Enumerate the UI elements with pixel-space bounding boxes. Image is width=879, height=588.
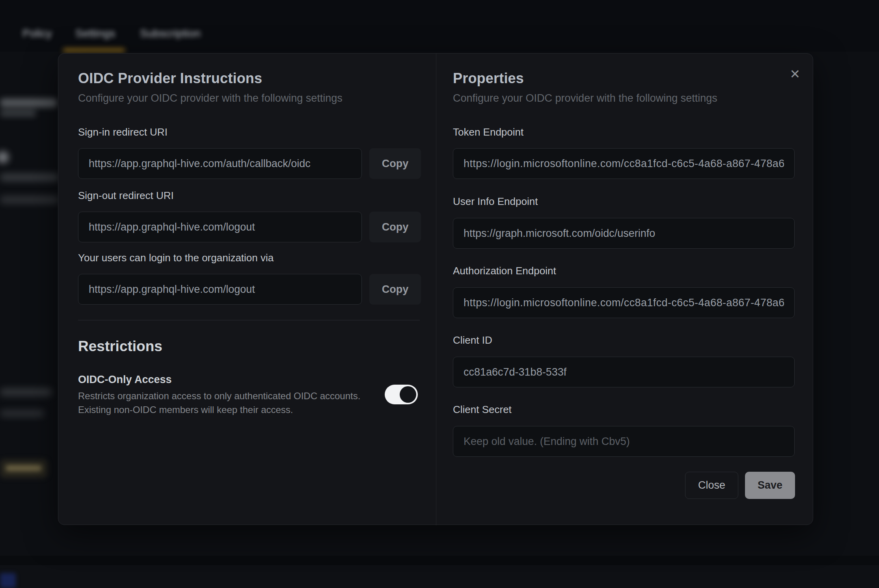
active-tab-indicator [63,48,125,52]
blurred-corner-element [0,573,16,588]
toggle-knob [400,386,416,403]
screen: Policy Settings Subscription ✕ OIDC Prov… [0,0,879,588]
background-seam [0,556,879,565]
column-divider [436,54,436,525]
background-tabbar: Policy Settings Subscription [0,22,879,52]
copy-login-via-button[interactable]: Copy [369,274,421,305]
background-bottom-band [0,565,879,588]
save-button[interactable]: Save [745,472,795,499]
blurred-text-fragment [0,173,59,181]
copy-signin-button[interactable]: Copy [369,148,421,179]
token-endpoint-input[interactable] [453,148,795,179]
blurred-button-label-fragment [6,465,42,471]
close-button[interactable]: Close [685,472,738,499]
blurred-text-fragment [0,110,36,117]
userinfo-endpoint-label: User Info Endpoint [453,195,538,208]
copy-signout-button[interactable]: Copy [369,212,421,242]
token-endpoint-label: Token Endpoint [453,126,523,138]
oidc-only-description-line2: Existing non-OIDC members will keep thei… [78,404,293,415]
signin-redirect-label: Sign-in redirect URI [78,126,168,138]
signin-redirect-input[interactable] [78,148,362,179]
tab-subscription[interactable]: Subscription [140,27,201,40]
oidc-only-access-label: OIDC-Only Access [78,374,172,386]
restrictions-heading: Restrictions [78,338,162,355]
properties-title: Properties [453,70,524,87]
oidc-only-description-line1: Restricts organization access to only au… [78,391,360,402]
tab-policy[interactable]: Policy [22,27,52,40]
section-divider [78,320,420,320]
blurred-dot-fragment [0,151,9,163]
client-id-label: Client ID [453,334,492,346]
client-secret-input[interactable] [453,426,795,457]
blurred-text-fragment [0,388,52,396]
blurred-text-fragment [0,196,59,204]
close-icon[interactable]: ✕ [785,64,805,84]
oidc-settings-modal: ✕ OIDC Provider Instructions Configure y… [58,53,813,525]
authorization-endpoint-label: Authorization Endpoint [453,265,556,277]
login-via-input[interactable] [78,274,362,305]
login-via-label: Your users can login to the organization… [78,252,274,264]
authorization-endpoint-input[interactable] [453,287,795,318]
properties-subtitle: Configure your OIDC provider with the fo… [453,92,717,104]
client-id-input[interactable] [453,357,795,387]
userinfo-endpoint-input[interactable] [453,218,795,249]
client-secret-label: Client Secret [453,404,512,416]
tab-settings[interactable]: Settings [75,27,115,40]
signout-redirect-label: Sign-out redirect URI [78,190,174,202]
oidc-only-toggle[interactable] [385,385,418,404]
blurred-text-fragment [0,410,44,417]
instructions-title: OIDC Provider Instructions [78,70,262,87]
blurred-text-fragment [0,99,57,107]
instructions-subtitle: Configure your OIDC provider with the fo… [78,92,343,104]
signout-redirect-input[interactable] [78,212,362,242]
